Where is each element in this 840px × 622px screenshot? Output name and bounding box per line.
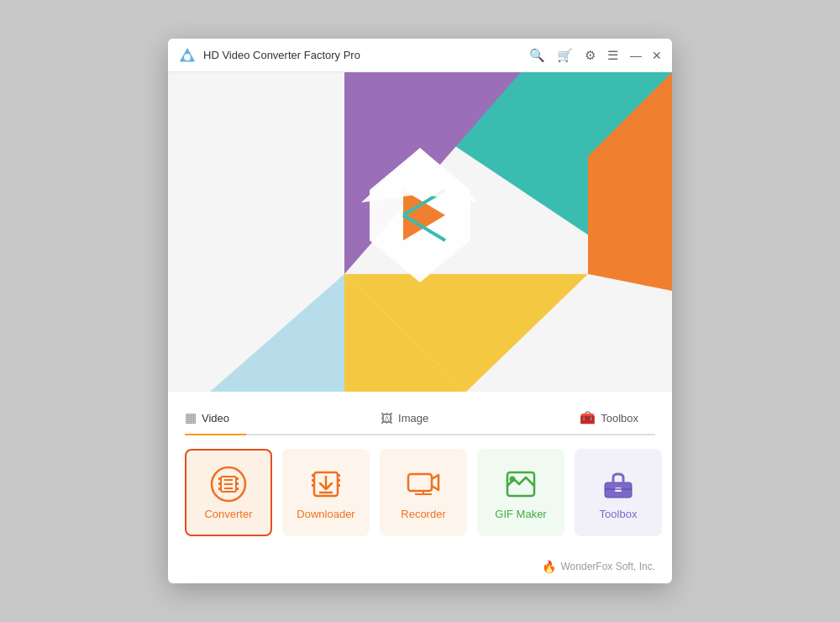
window-title: HD Video Converter Factory Pro [203, 49, 529, 61]
footer: 🔥 WonderFox Soft, Inc. [168, 553, 672, 583]
close-button[interactable]: ✕ [652, 49, 662, 62]
recorder-icon [405, 466, 442, 503]
tab-bar: ▦ Video 🖼 Image 🧰 Toolbox [185, 392, 655, 435]
svg-rect-25 [236, 482, 239, 485]
converter-item[interactable]: Converter [185, 449, 272, 536]
image-tab-icon: 🖼 [381, 411, 393, 425]
tab-toolbox-label: Toolbox [601, 412, 638, 424]
menu-icon[interactable]: ☰ [607, 48, 618, 63]
toolbox-tab-icon: 🧰 [580, 410, 596, 425]
tab-image[interactable]: 🖼 Image [381, 406, 445, 434]
svg-rect-31 [312, 479, 314, 482]
svg-rect-35 [338, 484, 340, 487]
hero-graphic [168, 72, 672, 392]
svg-rect-39 [507, 472, 534, 496]
toolbox-item[interactable]: Toolbox [575, 449, 662, 536]
tab-video-label: Video [202, 412, 229, 424]
bottom-section: ▦ Video 🖼 Image 🧰 Toolbox [168, 392, 672, 553]
gif-maker-label: GIF Maker [495, 508, 546, 520]
cart-icon[interactable]: 🛒 [557, 48, 573, 63]
titlebar: HD Video Converter Factory Pro 🔍 🛒 ⚙ ☰ —… [168, 39, 672, 72]
recorder-label: Recorder [401, 508, 445, 520]
minimize-button[interactable]: — [630, 49, 642, 62]
tab-video[interactable]: ▦ Video [185, 405, 246, 434]
svg-rect-33 [338, 474, 340, 477]
svg-rect-32 [312, 484, 314, 487]
recorder-item[interactable]: Recorder [380, 449, 467, 536]
svg-point-40 [510, 476, 516, 482]
svg-rect-34 [338, 479, 340, 482]
svg-rect-21 [218, 477, 221, 480]
svg-point-2 [184, 54, 191, 61]
tab-toolbox[interactable]: 🧰 Toolbox [580, 405, 655, 434]
svg-rect-26 [236, 488, 239, 490]
svg-rect-36 [408, 474, 432, 491]
toolbox-label: Toolbox [600, 508, 638, 520]
converter-label: Converter [204, 508, 252, 520]
svg-rect-30 [312, 474, 314, 477]
toolbox-icon [600, 466, 637, 503]
gif-maker-icon [502, 466, 539, 503]
search-icon[interactable]: 🔍 [529, 48, 545, 63]
tab-image-label: Image [398, 412, 428, 424]
downloader-item[interactable]: Downloader [282, 449, 370, 536]
gif-maker-item[interactable]: GIF Maker [477, 449, 564, 536]
svg-rect-23 [218, 488, 221, 490]
footer-flame-icon: 🔥 [542, 560, 556, 573]
window-controls: — ✕ [630, 49, 662, 62]
video-tab-icon: ▦ [185, 410, 197, 425]
downloader-icon [307, 466, 344, 503]
hero-banner [168, 72, 672, 392]
toolbar-icons: 🔍 🛒 ⚙ ☰ [529, 48, 618, 63]
svg-rect-22 [218, 482, 221, 485]
main-window: HD Video Converter Factory Pro 🔍 🛒 ⚙ ☰ —… [168, 39, 672, 583]
app-logo-icon [178, 46, 197, 65]
downloader-label: Downloader [297, 508, 354, 520]
app-grid: Converter Downloader [185, 449, 655, 536]
converter-icon [210, 466, 247, 503]
svg-rect-24 [236, 477, 239, 480]
footer-text: WonderFox Soft, Inc. [561, 561, 656, 572]
settings-icon[interactable]: ⚙ [585, 48, 596, 63]
